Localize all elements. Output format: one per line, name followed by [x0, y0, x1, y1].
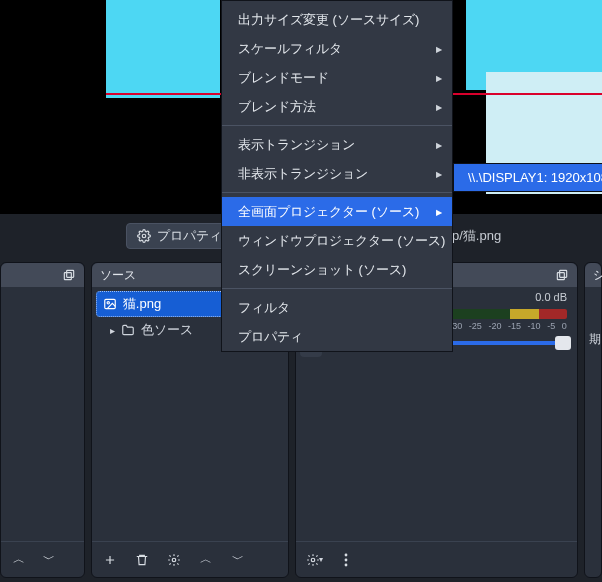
context-menu-item-label: スクリーンショット (ソース) [238, 261, 406, 279]
properties-button[interactable]: プロパティ [126, 223, 233, 249]
source-item-label: 猫.png [123, 295, 161, 313]
context-menu-separator [222, 192, 452, 193]
gear-icon [137, 229, 151, 243]
folder-icon [121, 323, 135, 337]
svg-point-18 [344, 563, 347, 566]
advanced-audio-button[interactable]: ▾ [302, 548, 326, 572]
dropdown-caret-icon: ▾ [319, 555, 323, 564]
source-rect[interactable] [106, 0, 220, 98]
context-menu-item[interactable]: 非表示トランジション [222, 159, 452, 188]
svg-point-6 [107, 302, 109, 304]
context-menu-item-label: 全画面プロジェクター (ソース) [238, 203, 419, 221]
context-menu-item-label: ウィンドウプロジェクター (ソース) [238, 232, 445, 250]
scene-transitions-panel: シ 期 [584, 262, 602, 578]
chevron-up-icon: ︿ [13, 551, 25, 568]
svg-rect-2 [67, 270, 74, 277]
context-menu-item-label: スケールフィルタ [238, 40, 342, 58]
context-menu-item-label: 非表示トランジション [238, 165, 368, 183]
file-path-label: p/猫.png [452, 227, 501, 245]
svg-point-15 [311, 558, 315, 562]
expand-arrow-icon[interactable]: ▸ [110, 325, 115, 336]
context-menu-separator [222, 125, 452, 126]
source-settings-button[interactable] [162, 548, 186, 572]
db-level-label: 0.0 dB [535, 291, 567, 303]
context-submenu-item[interactable]: \\.\DISPLAY1: 1920x108 [453, 163, 602, 192]
context-menu-item[interactable]: ブレンドモード [222, 63, 452, 92]
context-menu-item-label: プロパティ [238, 328, 303, 346]
duration-label: 期 [589, 332, 601, 346]
context-menu-item-label: ブレンド方法 [238, 98, 316, 116]
db-tick-label: -10 [528, 321, 541, 331]
svg-point-9 [172, 558, 176, 562]
context-menu-separator [222, 288, 452, 289]
image-icon [103, 297, 117, 311]
context-submenu-item-label: \\.\DISPLAY1: 1920x108 [468, 170, 602, 185]
chevron-down-icon: ﹀ [232, 551, 244, 568]
context-menu-item[interactable]: 全画面プロジェクター (ソース) [222, 197, 452, 226]
db-tick-label: 0 [562, 321, 567, 331]
db-tick-label: -25 [469, 321, 482, 331]
context-menu-item-label: 出力サイズ変更 (ソースサイズ) [238, 11, 419, 29]
context-menu-item-label: フィルタ [238, 299, 290, 317]
db-tick-label: -20 [488, 321, 501, 331]
sources-panel-title: ソース [100, 267, 136, 284]
svg-rect-1 [64, 273, 71, 280]
context-menu-item[interactable]: 表示トランジション [222, 130, 452, 159]
add-source-button[interactable] [98, 548, 122, 572]
context-menu-item[interactable]: フィルタ [222, 293, 452, 322]
scene-transitions-title: シ [593, 267, 602, 284]
context-menu-item[interactable]: プロパティ [222, 322, 452, 351]
context-menu-item[interactable]: ウィンドウプロジェクター (ソース) [222, 226, 452, 255]
context-menu-item[interactable]: 出力サイズ変更 (ソースサイズ) [222, 5, 452, 34]
popout-icon[interactable] [62, 268, 76, 282]
chevron-up-icon: ︿ [200, 551, 212, 568]
move-down-button[interactable]: ﹀ [37, 548, 61, 572]
move-down-button[interactable]: ﹀ [226, 548, 250, 572]
context-menu-item[interactable]: スクリーンショット (ソース) [222, 255, 452, 284]
properties-button-label: プロパティ [157, 227, 222, 245]
remove-source-button[interactable] [130, 548, 154, 572]
move-up-button[interactable]: ︿ [7, 548, 31, 572]
svg-point-16 [344, 553, 347, 556]
db-tick-label: -15 [508, 321, 521, 331]
db-tick-label: -5 [547, 321, 555, 331]
source-item-label: 色ソース [141, 321, 193, 339]
context-menu: 出力サイズ変更 (ソースサイズ)スケールフィルタブレンドモードブレンド方法表示ト… [221, 0, 453, 352]
svg-rect-10 [557, 273, 564, 280]
volume-slider-thumb[interactable] [555, 336, 571, 350]
popout-icon[interactable] [555, 268, 569, 282]
context-menu-item[interactable]: スケールフィルタ [222, 34, 452, 63]
more-options-button[interactable] [334, 548, 358, 572]
context-menu-item[interactable]: ブレンド方法 [222, 92, 452, 121]
scenes-panel: ︿ ﹀ [0, 262, 85, 578]
context-menu-item-label: ブレンドモード [238, 69, 329, 87]
svg-rect-11 [560, 270, 567, 277]
chevron-down-icon: ﹀ [43, 551, 55, 568]
context-menu-item-label: 表示トランジション [238, 136, 355, 154]
svg-point-17 [344, 558, 347, 561]
move-up-button[interactable]: ︿ [194, 548, 218, 572]
svg-point-0 [142, 234, 146, 238]
